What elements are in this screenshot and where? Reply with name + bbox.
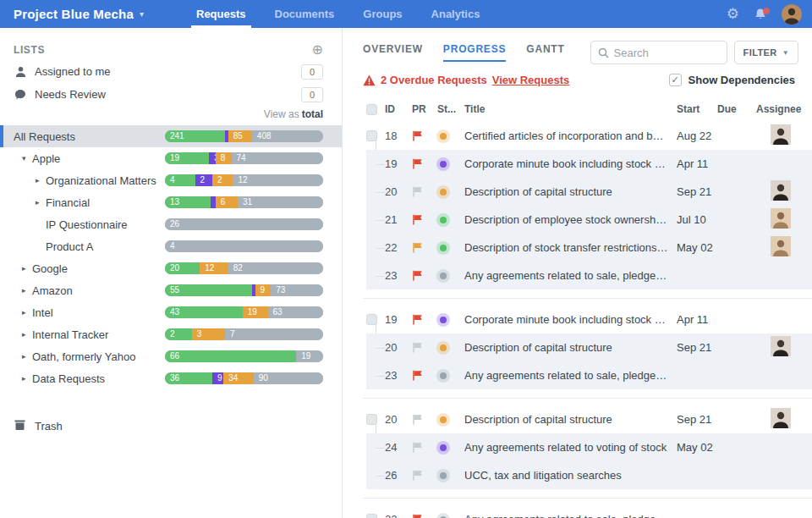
status-dot-orange[interactable]	[440, 416, 447, 423]
assignee-avatar[interactable]	[771, 218, 791, 231]
view-requests-link[interactable]: View Requests	[492, 74, 570, 86]
sidebar-list-internal-tracker[interactable]: ▸Internal Tracker237	[0, 323, 342, 345]
top-nav-groups[interactable]: Groups	[363, 0, 402, 28]
chevron-right-icon[interactable]: ▸	[22, 308, 32, 317]
chevron-right-icon[interactable]: ▸	[22, 352, 32, 361]
priority-flag-icon-gray[interactable]	[412, 342, 437, 353]
request-row-19[interactable]: 19Corporate minute book including stock …	[343, 150, 812, 178]
request-row-21[interactable]: 21Description of employee stock ownershi…	[343, 206, 812, 234]
request-row-22[interactable]: 22Description of stock transfer restrict…	[343, 234, 812, 262]
assignee-avatar[interactable]	[771, 135, 791, 147]
priority-flag-icon-red[interactable]	[412, 130, 437, 141]
top-nav-analytics[interactable]: Analytics	[431, 0, 480, 28]
sidebar-list-all-requests[interactable]: All Requests24185408	[0, 125, 342, 147]
chevron-right-icon[interactable]: ▸	[36, 176, 46, 185]
priority-flag-icon-red[interactable]	[412, 158, 437, 169]
request-row-18[interactable]: 18Certified articles of incorporation an…	[343, 122, 812, 150]
request-row-23[interactable]: 23Any agreements related to sale, pledge…	[343, 361, 812, 389]
priority-flag-icon-red[interactable]	[412, 214, 437, 225]
sidebar-item-needs-review[interactable]: Needs Review0	[0, 83, 342, 106]
row-checkbox[interactable]	[366, 514, 377, 518]
request-row-23[interactable]: 23Any agreements related to sale, pledge…	[343, 262, 812, 289]
chevron-right-icon[interactable]: ▸	[22, 330, 32, 339]
tab-overview[interactable]: OVERVIEW	[363, 43, 423, 62]
priority-flag-icon-gray[interactable]	[412, 186, 437, 197]
status-dot-green[interactable]	[440, 217, 447, 223]
sidebar-list-organizational-matters[interactable]: ▸Organizational Matters42212	[0, 169, 342, 191]
request-title[interactable]: Description of capital structure	[464, 413, 677, 426]
status-dot-gray[interactable]	[440, 472, 447, 479]
request-title[interactable]: Corporate minute book including stock tr…	[464, 313, 677, 326]
sidebar-list-oath-formerly-yahoo[interactable]: ▸Oath, formerly Yahoo6619	[0, 345, 342, 367]
priority-flag-icon-red[interactable]	[412, 370, 437, 381]
sidebar-list-intel[interactable]: ▸Intel431963	[0, 301, 342, 323]
request-title[interactable]: Certified articles of incorporation and …	[464, 130, 677, 142]
sidebar-list-financial[interactable]: ▸Financial13631	[0, 191, 342, 213]
select-all-checkbox[interactable]	[366, 104, 377, 115]
chevron-down-icon[interactable]: ▾	[22, 154, 32, 163]
project-title[interactable]: Project Blue Mecha	[14, 7, 134, 21]
priority-flag-icon-red[interactable]	[412, 314, 437, 325]
bell-icon[interactable]	[754, 8, 767, 21]
project-switcher[interactable]: Project Blue Mecha ▾	[0, 0, 196, 28]
request-title[interactable]: Any agreements related to sale, pledge, …	[464, 269, 677, 282]
request-row-20[interactable]: 20Description of capital structureSep 21	[343, 333, 812, 361]
assignee-avatar[interactable]	[771, 418, 791, 431]
sidebar-list-google[interactable]: ▸Google201282	[0, 257, 342, 279]
sidebar-list-apple[interactable]: ▾Apple193874	[0, 147, 342, 169]
status-dot-purple[interactable]	[440, 444, 447, 451]
status-dot-orange[interactable]	[440, 189, 447, 196]
sidebar-list-amazon[interactable]: ▸Amazon55973	[0, 279, 342, 301]
view-as-value[interactable]: total	[302, 108, 323, 120]
chevron-right-icon[interactable]: ▸	[22, 264, 32, 273]
priority-flag-icon-gray[interactable]	[412, 470, 437, 481]
request-title[interactable]: Any agreements related to sale, pledge, …	[464, 513, 677, 518]
sidebar-list-product-a[interactable]: Product A4	[0, 235, 342, 257]
request-row-26[interactable]: 26UCC, tax and litigation searches	[343, 461, 812, 489]
priority-flag-icon-red[interactable]	[412, 270, 437, 281]
status-dot-gray[interactable]	[440, 372, 447, 379]
add-list-button[interactable]: ⊕	[312, 43, 323, 57]
tab-progress[interactable]: PROGRESS	[443, 43, 506, 62]
request-row-20[interactable]: 20Description of capital structureSep 21	[343, 405, 812, 433]
assignee-avatar[interactable]	[771, 346, 791, 359]
top-nav-requests[interactable]: Requests	[196, 0, 246, 28]
request-title[interactable]: Description of stock transfer restrictio…	[464, 241, 677, 254]
request-row-23[interactable]: 23Any agreements related to sale, pledge…	[343, 505, 812, 518]
status-dot-purple[interactable]	[440, 317, 447, 323]
gear-icon[interactable]: ⚙	[727, 7, 739, 21]
request-title[interactable]: Any agreements related to sale, pledge, …	[464, 369, 677, 382]
show-dependencies-toggle[interactable]: ✓ Show Dependencies	[669, 74, 795, 86]
request-title[interactable]: Description of employee stock ownership …	[464, 213, 677, 226]
status-dot-purple[interactable]	[440, 161, 447, 168]
request-row-24[interactable]: 24Any agreements related to voting of st…	[343, 433, 812, 461]
sidebar-item-trash[interactable]: Trash	[0, 415, 342, 437]
status-dot-green[interactable]	[440, 245, 447, 251]
show-dependencies-checkbox[interactable]: ✓	[669, 74, 682, 86]
request-title[interactable]: UCC, tax and litigation searches	[464, 469, 677, 482]
priority-flag-icon-gray[interactable]	[412, 442, 437, 453]
sidebar-list-ip-questionnaire[interactable]: IP Questionnaire26	[0, 213, 342, 235]
assignee-avatar[interactable]	[771, 246, 791, 259]
filter-button[interactable]: FILTER ▼	[734, 41, 798, 64]
request-title[interactable]: Any agreements related to voting of stoc…	[464, 441, 677, 454]
chevron-right-icon[interactable]: ▸	[36, 198, 46, 207]
status-dot-orange[interactable]	[440, 344, 447, 351]
sidebar-item-assigned-to-me[interactable]: Assigned to me0	[0, 60, 342, 83]
top-nav-documents[interactable]: Documents	[275, 0, 335, 28]
user-avatar[interactable]	[782, 4, 802, 25]
priority-flag-icon-orange[interactable]	[412, 242, 437, 253]
chevron-right-icon[interactable]: ▸	[22, 286, 32, 295]
chevron-right-icon[interactable]: ▸	[22, 374, 32, 383]
priority-flag-icon-gray[interactable]	[412, 414, 437, 425]
view-as-toggle[interactable]: View astotal	[0, 106, 342, 125]
request-title[interactable]: Corporate minute book including stock tr…	[464, 157, 677, 170]
request-title[interactable]: Description of capital structure	[464, 185, 677, 198]
request-row-20[interactable]: 20Description of capital structureSep 21	[343, 178, 812, 206]
status-dot-gray[interactable]	[440, 273, 447, 279]
sidebar-list-data-requests[interactable]: ▸Data Requests3693490	[0, 367, 342, 389]
assignee-avatar[interactable]	[771, 190, 791, 203]
tab-gantt[interactable]: GANTT	[526, 43, 564, 62]
status-dot-orange[interactable]	[440, 133, 447, 140]
search-input[interactable]	[614, 47, 716, 59]
